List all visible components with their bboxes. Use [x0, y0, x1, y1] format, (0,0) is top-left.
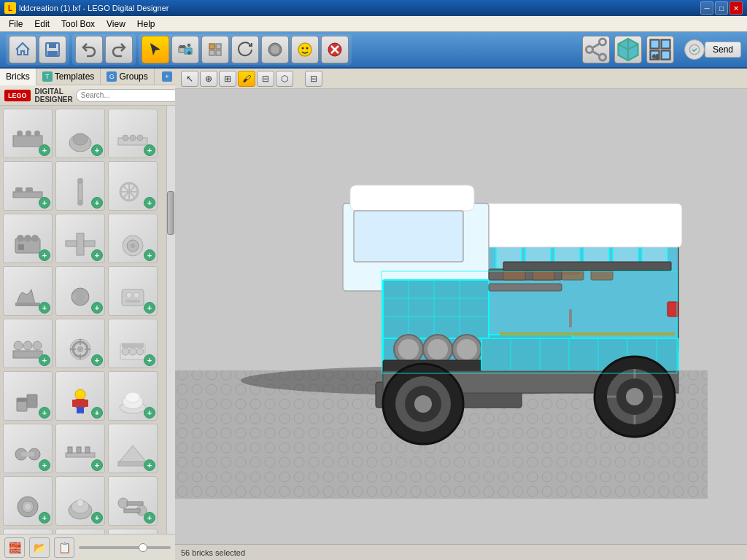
rotate-button[interactable] — [231, 36, 259, 63]
add-brick-btn[interactable]: + — [91, 512, 103, 524]
add-brick-btn[interactable]: + — [39, 407, 50, 419]
brick-item[interactable]: + — [108, 214, 158, 263]
add-brick-button[interactable]: + — [171, 36, 199, 63]
brick-item[interactable]: + — [55, 476, 105, 526]
menu-file[interactable]: File — [3, 18, 28, 31]
bricks-tab-label: Bricks — [6, 71, 30, 82]
add-brick-btn[interactable]: + — [39, 197, 50, 209]
save-button[interactable] — [39, 36, 66, 63]
list-button[interactable]: 📋 — [54, 537, 74, 558]
add-brick-btn[interactable]: + — [91, 197, 103, 209]
zoom-thumb[interactable] — [139, 543, 147, 552]
brick-item[interactable]: + — [108, 371, 158, 421]
add-brick-btn[interactable]: + — [144, 302, 155, 314]
svg-rect-86 — [122, 343, 144, 348]
face-button[interactable] — [291, 36, 319, 63]
brick-item[interactable]: + — [108, 424, 158, 473]
add-brick-btn[interactable]: + — [39, 302, 50, 314]
add-brick-btn[interactable]: + — [39, 249, 50, 261]
add-brick-btn[interactable]: + — [144, 249, 155, 261]
add-brick-btn[interactable]: + — [144, 459, 155, 471]
add-brick-btn[interactable]: + — [39, 354, 50, 366]
brick-item[interactable]: + — [3, 319, 53, 368]
menu-help[interactable]: Help — [131, 18, 161, 31]
maximize-button[interactable]: □ — [715, 1, 728, 15]
add-brick-btn[interactable]: + — [39, 512, 50, 524]
tab-templates[interactable]: T Templates — [36, 69, 101, 85]
brick-item[interactable]: + — [3, 424, 53, 473]
share-icon-button[interactable] — [582, 36, 610, 63]
brick-item[interactable]: + — [55, 424, 105, 473]
svg-point-54 — [17, 235, 24, 242]
brick-item[interactable]: + — [55, 266, 105, 316]
brick-item[interactable]: + — [55, 371, 105, 421]
add-brick-btn[interactable]: + — [144, 197, 155, 209]
add-brick-btn[interactable]: + — [91, 459, 103, 471]
brick-item[interactable]: + — [55, 214, 105, 263]
brick-item[interactable]: + — [108, 161, 158, 211]
add-brick-btn[interactable]: + — [91, 249, 103, 261]
brick-item[interactable]: + — [55, 529, 105, 534]
undo-button[interactable] — [75, 36, 103, 63]
zoom-slider[interactable] — [79, 546, 171, 549]
add-brick-btn[interactable]: + — [144, 512, 155, 524]
send-button[interactable]: Send — [705, 42, 741, 58]
svg-point-16 — [302, 47, 304, 50]
add-brick-btn[interactable]: + — [39, 144, 50, 156]
toolbar-right: +1 Send — [582, 36, 741, 63]
tab-groups[interactable]: G Groups — [101, 69, 154, 85]
svg-rect-191 — [503, 262, 671, 271]
send-icon[interactable] — [684, 39, 705, 60]
add-brick-btn[interactable]: + — [91, 144, 103, 156]
color-button[interactable] — [261, 36, 289, 63]
minimize-button[interactable]: ─ — [700, 1, 713, 15]
tab-bricks[interactable]: Bricks — [0, 69, 36, 85]
close-button[interactable]: ✕ — [729, 1, 743, 15]
brick-item[interactable]: + — [3, 476, 53, 526]
view3d-button[interactable] — [614, 36, 642, 63]
add-brick-btn[interactable]: + — [144, 354, 155, 366]
home-button[interactable] — [9, 36, 36, 63]
menu-view[interactable]: View — [101, 18, 131, 31]
transform-button[interactable] — [201, 36, 229, 63]
menu-toolbox[interactable]: Tool Box — [55, 18, 101, 31]
add-brick-btn[interactable]: + — [144, 407, 155, 419]
brick-item[interactable]: + — [55, 161, 105, 211]
category-button[interactable]: 📂 — [29, 537, 50, 558]
brick-item[interactable]: + — [3, 109, 53, 158]
brick-item[interactable]: + — [3, 371, 53, 421]
add-brick-btn[interactable]: + — [39, 459, 50, 471]
mode-group: + — [139, 34, 352, 65]
redo-button[interactable] — [105, 36, 133, 63]
svg-point-180 — [414, 395, 432, 413]
delete-button[interactable] — [321, 36, 349, 63]
brick-item[interactable]: + — [3, 214, 53, 263]
brick-item[interactable]: + — [3, 266, 53, 316]
brick-item[interactable]: + — [108, 266, 158, 316]
scrollbar-thumb[interactable] — [167, 191, 174, 235]
add-brick-btn[interactable]: + — [91, 407, 103, 419]
search-input[interactable] — [76, 89, 179, 102]
add-brick-btn[interactable]: + — [144, 144, 155, 156]
brick-item[interactable]: + — [3, 161, 53, 211]
brick-item[interactable]: + — [55, 319, 105, 368]
svg-rect-33 — [17, 131, 23, 136]
brick-item[interactable]: + — [3, 529, 53, 534]
brick-item[interactable]: + — [108, 319, 158, 368]
canvas-area[interactable]: ↖ ⊕ ⊞ 🖌 ⊟ ⬡ ⊟ ▲ — [175, 69, 747, 560]
select-button[interactable] — [142, 36, 169, 63]
brick-item[interactable]: + — [55, 109, 105, 158]
add-brick-btn[interactable]: + — [91, 302, 103, 314]
brick-view-button[interactable]: 🧱 — [4, 537, 25, 558]
brick-item[interactable]: + — [108, 109, 158, 158]
groups-add-icon[interactable]: + — [162, 71, 172, 82]
brick-item[interactable]: + — [108, 476, 158, 526]
svg-rect-103 — [68, 447, 72, 453]
scene-svg — [175, 90, 708, 499]
add-brick-btn[interactable]: + — [91, 354, 103, 366]
view-box-button[interactable]: +1 — [646, 36, 674, 63]
sidebar-scrollbar[interactable] — [166, 106, 175, 534]
svg-point-152 — [398, 339, 419, 359]
menu-edit[interactable]: Edit — [28, 18, 55, 31]
brick-item[interactable]: + — [108, 529, 158, 534]
